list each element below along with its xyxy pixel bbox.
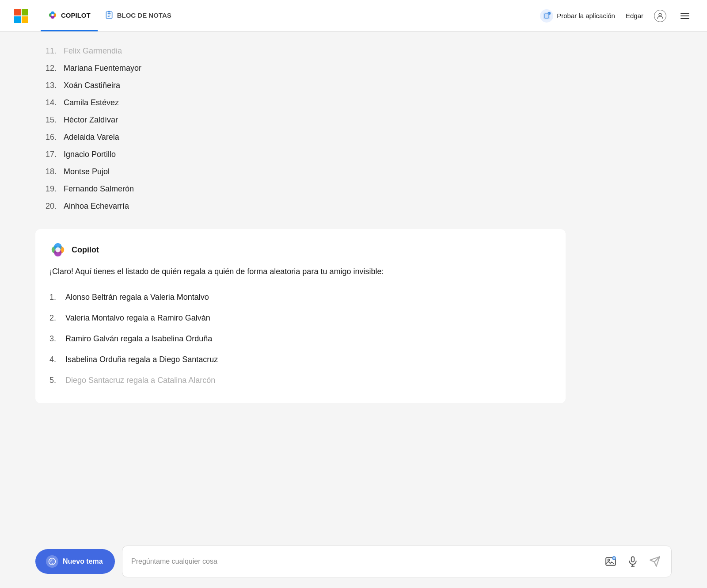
list-item: 15. Héctor Zaldívar <box>35 111 672 129</box>
list-num: 14. <box>35 97 57 109</box>
ms-logo <box>14 9 28 23</box>
list-item: 12. Mariana Fuentemayor <box>35 60 672 77</box>
chat-input-box[interactable]: Pregúntame cualquier cosa <box>122 546 672 577</box>
svg-point-26 <box>608 559 610 561</box>
input-actions <box>603 554 662 569</box>
list-name: Ainhoa Echevarría <box>64 200 129 212</box>
send-button[interactable] <box>647 554 662 569</box>
list-name: Ignacio Portillo <box>64 149 116 160</box>
gift-text: Valeria Montalvo regala a Ramiro Galván <box>65 312 210 324</box>
list-num: 18. <box>35 166 57 178</box>
copilot-message: Copilot ¡Claro! Aquí tienes el listado d… <box>35 229 566 403</box>
copilot-intro-text: ¡Claro! Aquí tienes el listado de quién … <box>49 265 551 278</box>
hamburger-button[interactable] <box>677 9 693 23</box>
list-name: Héctor Zaldívar <box>64 114 118 126</box>
notepad-tab-label: BLOC DE NOTAS <box>117 11 171 19</box>
list-name: Xoán Castiñeira <box>64 80 120 92</box>
gift-text: Alonso Beltrán regala a Valeria Montalvo <box>65 291 209 303</box>
list-item: 19. Fernando Salmerón <box>35 180 672 198</box>
list-name: Camila Estévez <box>64 97 119 109</box>
new-topic-icon <box>46 555 58 568</box>
list-num: 12. <box>35 62 57 74</box>
chat-area: 11. Felix Garmendia 12. Mariana Fuentema… <box>0 32 707 538</box>
input-area: Nuevo tema Pregúntame cualquier cosa <box>0 538 707 588</box>
svg-point-14 <box>659 13 661 16</box>
copilot-sender-name: Copilot <box>72 245 99 255</box>
new-topic-button[interactable]: Nuevo tema <box>35 549 115 574</box>
list-num: 20. <box>35 200 57 212</box>
list-num: 19. <box>35 183 57 195</box>
tab-copilot[interactable]: COPILOT <box>41 0 98 31</box>
list-num: 11. <box>35 45 57 57</box>
list-item: 13. Xoán Castiñeira <box>35 77 672 94</box>
gift-list-item: 2. Valeria Montalvo regala a Ramiro Galv… <box>49 308 551 328</box>
list-num: 17. <box>35 149 57 160</box>
list-item: 20. Ainhoa Echevarría <box>35 198 672 215</box>
gift-text: Diego Santacruz regala a Catalina Alarcó… <box>65 374 215 386</box>
list-name: Adelaida Varela <box>64 131 119 143</box>
gift-num: 5. <box>49 374 65 386</box>
tab-notepad[interactable]: BLOC DE NOTAS <box>98 0 179 31</box>
copilot-message-header: Copilot <box>49 241 551 258</box>
gift-text: Ramiro Galván regala a Isabelina Orduña <box>65 333 212 345</box>
list-name: Mariana Fuentemayor <box>64 62 141 74</box>
try-app-label: Probar la aplicación <box>557 12 615 19</box>
svg-rect-30 <box>631 557 635 562</box>
list-item: 17. Ignacio Portillo <box>35 146 672 163</box>
copilot-tab-icon <box>48 10 57 20</box>
gift-list-item: 4. Isabelina Orduña regala a Diego Santa… <box>49 349 551 370</box>
new-topic-label: Nuevo tema <box>63 557 103 565</box>
list-name: Fernando Salmerón <box>64 183 134 195</box>
notepad-tab-icon <box>105 11 114 19</box>
list-item: 16. Adelaida Varela <box>35 129 672 146</box>
name-list: 11. Felix Garmendia 12. Mariana Fuentema… <box>35 42 672 215</box>
gift-num: 1. <box>49 291 65 303</box>
gift-num: 4. <box>49 354 65 366</box>
gift-num: 2. <box>49 312 65 324</box>
try-app-icon: ! <box>540 9 553 23</box>
list-name: Felix Garmendia <box>64 45 122 57</box>
svg-point-24 <box>52 563 53 564</box>
list-num: 16. <box>35 131 57 143</box>
gift-list-item: 5. Diego Santacruz regala a Catalina Ala… <box>49 370 551 391</box>
user-avatar-button[interactable] <box>654 10 666 22</box>
gift-list-item: 1. Alonso Beltrán regala a Valeria Monta… <box>49 287 551 308</box>
gift-num: 3. <box>49 333 65 345</box>
main-content: 11. Felix Garmendia 12. Mariana Fuentema… <box>0 32 707 588</box>
header: COPILOT BLOC DE NOTAS ! <box>0 0 707 32</box>
svg-point-22 <box>55 247 60 252</box>
copilot-tab-label: COPILOT <box>61 11 91 19</box>
list-item: 18. Montse Pujol <box>35 163 672 180</box>
header-right: ! Probar la aplicación Edgar <box>540 9 693 23</box>
gift-list-item: 3. Ramiro Galván regala a Isabelina Ordu… <box>49 328 551 349</box>
list-name: Montse Pujol <box>64 166 110 178</box>
try-app-button[interactable]: ! Probar la aplicación <box>540 9 615 23</box>
gift-list: 1. Alonso Beltrán regala a Valeria Monta… <box>49 287 551 391</box>
user-name: Edgar <box>626 12 643 19</box>
list-num: 15. <box>35 114 57 126</box>
svg-rect-9 <box>108 11 110 12</box>
list-item: 14. Camila Estévez <box>35 94 672 111</box>
list-num: 13. <box>35 80 57 92</box>
image-input-button[interactable] <box>603 554 618 569</box>
copilot-avatar-icon <box>49 241 66 258</box>
input-placeholder: Pregúntame cualquier cosa <box>131 557 217 565</box>
list-item: 11. Felix Garmendia <box>35 42 672 60</box>
nav-tabs: COPILOT BLOC DE NOTAS <box>41 0 179 31</box>
user-avatar-icon <box>654 10 666 22</box>
svg-point-4 <box>51 14 54 16</box>
gift-text: Isabelina Orduña regala a Diego Santacru… <box>65 354 218 366</box>
mic-button[interactable] <box>625 554 640 569</box>
